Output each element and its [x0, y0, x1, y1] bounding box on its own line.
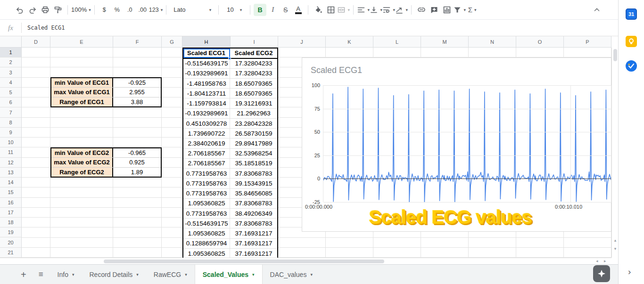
cell-value[interactable]: 0.7731958763	[183, 169, 230, 178]
column-header-H[interactable]: H	[182, 36, 231, 48]
sheet-tab-Record Details[interactable]: Record Details▾	[82, 265, 146, 284]
row-header-12[interactable]: 12	[0, 158, 22, 168]
horizontal-scrollbar-thumb[interactable]	[104, 260, 384, 263]
row-header-6[interactable]: 6	[0, 97, 22, 107]
format-percent-button[interactable]: %	[111, 4, 124, 16]
borders-icon[interactable]	[324, 4, 337, 16]
cell-value[interactable]: 29.89417989	[230, 138, 277, 148]
horizontal-align-icon[interactable]: ▾	[357, 4, 370, 16]
row-header-5[interactable]: 5	[0, 88, 22, 97]
row-header-7[interactable]: 7	[0, 107, 22, 117]
decrease-decimal-button[interactable]: .0	[124, 4, 136, 16]
cell-value[interactable]: -1.804123711	[183, 89, 230, 98]
formula-input[interactable]: Scaled ECG1	[22, 24, 65, 31]
cell-value[interactable]: 21.2962963	[230, 109, 277, 118]
all-sheets-icon[interactable]: ≡	[39, 270, 43, 278]
tab-menu-icon[interactable]: ▾	[136, 272, 139, 277]
row-header-13[interactable]: 13	[0, 168, 22, 178]
vertical-align-icon[interactable]: ▾	[370, 4, 382, 16]
fill-handle[interactable]	[228, 57, 231, 60]
font-size-select[interactable]: 10▾	[222, 4, 247, 16]
explore-button[interactable]	[593, 265, 610, 282]
expand-panel-icon[interactable]: ›	[628, 267, 631, 277]
selected-cell-H1[interactable]: Scaled ECG1	[183, 49, 230, 58]
cell-value[interactable]: 0.7731958763	[183, 209, 230, 218]
cell-value[interactable]: 18.65079365	[230, 79, 277, 88]
cell-value[interactable]: 37.83068783	[230, 219, 277, 228]
row-header-15[interactable]: 15	[0, 187, 22, 197]
sheet-tab-Scaled_Values[interactable]: Scaled_Values▾	[195, 265, 263, 284]
more-formats-button[interactable]: 123▾	[149, 4, 163, 16]
cell-value[interactable]: 0.7731958763	[183, 189, 230, 198]
insert-comment-icon[interactable]	[428, 4, 440, 16]
cell-value[interactable]: -0.1932989691	[183, 109, 230, 118]
cell-value[interactable]: 0.7731958763	[183, 179, 230, 188]
row-header-18[interactable]: 18	[0, 218, 22, 227]
vertical-scrollbar[interactable]: ▴ ▾	[611, 48, 618, 258]
cell-value[interactable]: 2.384020619	[183, 138, 230, 148]
add-sheet-button[interactable]: +	[21, 270, 26, 279]
column-header-M[interactable]: M	[421, 36, 469, 48]
sheet-tab-RawECG[interactable]: RawECG▾	[146, 265, 195, 284]
cell-value[interactable]: 38.49206349	[230, 209, 277, 218]
ecg-chart[interactable]: Scaled ECG1 1007550250-25 0:00:00.000 0:…	[302, 57, 611, 232]
cell-value[interactable]: -0.5154639175	[183, 59, 230, 68]
cell-value[interactable]: 1.739690722	[183, 129, 230, 138]
cell-value[interactable]: 37.16931217	[230, 239, 277, 248]
scroll-right-icon[interactable]: ▸	[604, 259, 606, 263]
text-wrap-icon[interactable]: ▾	[382, 4, 395, 16]
column-header-E[interactable]: E	[50, 36, 113, 48]
tab-menu-icon[interactable]: ▾	[72, 272, 74, 277]
zoom-select[interactable]: 100%▾	[71, 4, 91, 16]
row-header-4[interactable]: 4	[0, 78, 22, 88]
row-header-9[interactable]: 9	[0, 128, 22, 138]
cell-value[interactable]: -1.481958763	[183, 79, 230, 88]
font-family-select[interactable]: Lato▾	[170, 4, 215, 16]
collapse-toolbar-icon[interactable]	[590, 4, 603, 16]
paint-format-icon[interactable]	[51, 4, 64, 16]
cell-value[interactable]: 23.28042328	[230, 119, 277, 128]
cell-value[interactable]: 35.18518519	[230, 159, 277, 168]
tab-menu-icon[interactable]: ▾	[185, 272, 187, 277]
sheet-tab-DAC_values[interactable]: DAC_values▾	[263, 265, 320, 284]
vertical-scrollbar-thumb[interactable]	[613, 49, 617, 61]
cell-value[interactable]: 1.095360825	[183, 228, 230, 238]
scroll-up-icon[interactable]: ▴	[612, 238, 619, 243]
cell-value[interactable]: 39.15343915	[230, 179, 277, 188]
column-header-J[interactable]: J	[278, 36, 326, 48]
insert-link-icon[interactable]	[415, 4, 428, 16]
cell-value[interactable]: -0.5154639175	[183, 219, 230, 228]
keep-icon[interactable]	[626, 36, 637, 47]
strikethrough-button[interactable]: S	[279, 4, 292, 16]
cell-value[interactable]: 37.83068783	[230, 169, 277, 178]
row-header-2[interactable]: 2	[0, 57, 22, 67]
format-currency-button[interactable]: $	[98, 4, 111, 16]
redo-icon[interactable]	[26, 4, 39, 16]
cell-value[interactable]: 2.706185567	[183, 159, 230, 168]
cell-value[interactable]: 32.53968254	[230, 149, 277, 158]
scroll-down-icon[interactable]: ▾	[612, 246, 619, 251]
tasks-icon[interactable]	[626, 60, 637, 72]
row-header-8[interactable]: 8	[0, 118, 22, 128]
row-header-3[interactable]: 3	[0, 67, 22, 77]
column-header-L[interactable]: L	[373, 36, 421, 48]
cell-value[interactable]: 18.65079365	[230, 89, 277, 98]
insert-chart-icon[interactable]	[440, 4, 453, 16]
cell-value[interactable]: 37.16931217	[230, 228, 277, 238]
calendar-icon[interactable]: 31	[626, 8, 637, 20]
row-header-21[interactable]: 21	[0, 248, 22, 258]
increase-decimal-button[interactable]: .00	[136, 4, 149, 16]
column-header-D[interactable]: D	[22, 36, 50, 48]
cell-value[interactable]: 0.1288659794	[183, 239, 230, 248]
cell-value[interactable]: 19.31216931	[230, 98, 277, 108]
column-header-N[interactable]: N	[469, 36, 516, 48]
row-header-17[interactable]: 17	[0, 208, 22, 218]
cell-value[interactable]: 2.706185567	[183, 149, 230, 158]
cell-value[interactable]: 17.32804233	[230, 59, 277, 68]
row-header-16[interactable]: 16	[0, 198, 22, 208]
select-all-corner[interactable]	[0, 36, 22, 48]
undo-icon[interactable]	[13, 4, 26, 16]
horizontal-scrollbar[interactable]: ◂ ▸	[0, 258, 611, 264]
column-header-G[interactable]: G	[162, 36, 182, 48]
merge-cells-icon[interactable]: ▾	[337, 4, 350, 16]
